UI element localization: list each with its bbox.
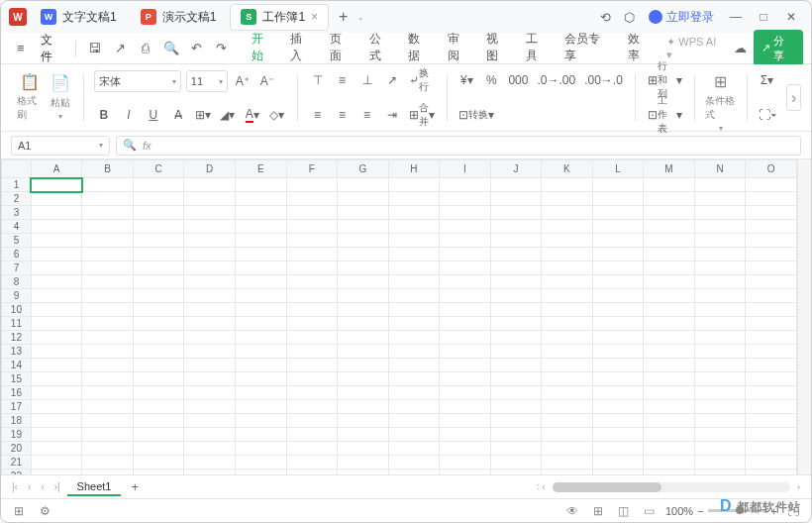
- col-header-F[interactable]: F: [286, 160, 338, 178]
- grid-icon[interactable]: ⊞: [9, 502, 29, 520]
- cell-H19[interactable]: [388, 428, 440, 442]
- row-header-9[interactable]: 9: [2, 289, 32, 303]
- row-header-20[interactable]: 20: [2, 442, 32, 456]
- cell-D18[interactable]: [184, 414, 236, 428]
- row-header-11[interactable]: 11: [2, 317, 32, 331]
- cell-G1[interactable]: [338, 178, 389, 192]
- crop-button[interactable]: ⛶▾: [757, 105, 778, 125]
- cell-K14[interactable]: [542, 359, 593, 372]
- cell-L21[interactable]: [592, 456, 644, 470]
- cell-D13[interactable]: [184, 345, 236, 359]
- wps-ai-button[interactable]: ✦ WPS AI ▾: [666, 36, 724, 61]
- decrease-font-button[interactable]: A⁻: [257, 71, 277, 91]
- cell-K9[interactable]: [542, 289, 593, 303]
- cell-L3[interactable]: [592, 206, 644, 220]
- cell-F21[interactable]: [286, 456, 338, 470]
- cell-A8[interactable]: [31, 275, 82, 289]
- cell-I22[interactable]: [440, 470, 491, 475]
- cell-C4[interactable]: [133, 220, 184, 234]
- cell-E6[interactable]: [235, 248, 286, 262]
- cell-A12[interactable]: [31, 331, 82, 345]
- cell-O6[interactable]: [746, 248, 797, 262]
- percent-button[interactable]: %: [481, 70, 501, 90]
- cell-I12[interactable]: [440, 331, 491, 345]
- cell-N4[interactable]: [694, 220, 746, 234]
- cell-L18[interactable]: [592, 414, 644, 428]
- cell-H17[interactable]: [388, 400, 440, 414]
- cell-M22[interactable]: [644, 470, 695, 475]
- cell-O17[interactable]: [746, 400, 797, 414]
- cell-L4[interactable]: [592, 220, 644, 234]
- cell-E10[interactable]: [235, 303, 286, 317]
- cell-L12[interactable]: [592, 331, 644, 345]
- sheet-first-button[interactable]: |‹: [9, 481, 21, 492]
- cell-B18[interactable]: [82, 414, 134, 428]
- cell-K1[interactable]: [542, 178, 593, 192]
- cell-M5[interactable]: [644, 234, 695, 248]
- name-box[interactable]: A1▾: [11, 136, 110, 156]
- cloud-icon[interactable]: ☁: [729, 37, 753, 60]
- cell-O4[interactable]: [746, 220, 797, 234]
- cell-C6[interactable]: [133, 248, 184, 262]
- cell-E14[interactable]: [235, 359, 286, 372]
- ribbon-expand-button[interactable]: ›: [786, 84, 801, 111]
- fullscreen-icon[interactable]: ⛶: [783, 502, 803, 520]
- cell-O15[interactable]: [746, 372, 797, 386]
- cell-D5[interactable]: [184, 234, 236, 248]
- cell-I2[interactable]: [440, 192, 491, 206]
- cell-G19[interactable]: [338, 428, 389, 442]
- cell-O22[interactable]: [746, 470, 797, 475]
- undo-icon[interactable]: ↶: [184, 37, 208, 60]
- cell-O19[interactable]: [746, 428, 797, 442]
- cell-I4[interactable]: [440, 220, 491, 234]
- zoom-label[interactable]: 100%: [665, 505, 693, 517]
- cell-M10[interactable]: [644, 303, 695, 317]
- cell-C7[interactable]: [133, 262, 184, 275]
- cell-H15[interactable]: [388, 372, 440, 386]
- col-header-N[interactable]: N: [694, 160, 746, 178]
- cell-O10[interactable]: [746, 303, 797, 317]
- cell-M6[interactable]: [644, 248, 695, 262]
- cell-C16[interactable]: [133, 386, 184, 400]
- cell-O16[interactable]: [746, 386, 797, 400]
- row-header-5[interactable]: 5: [2, 234, 32, 248]
- cell-J14[interactable]: [490, 359, 542, 372]
- cell-F15[interactable]: [286, 372, 338, 386]
- cell-F2[interactable]: [286, 192, 338, 206]
- cell-D20[interactable]: [184, 442, 236, 456]
- cell-O18[interactable]: [746, 414, 797, 428]
- cell-K4[interactable]: [542, 220, 593, 234]
- cell-D7[interactable]: [184, 262, 236, 275]
- view-layout-icon[interactable]: ◫: [614, 502, 634, 520]
- italic-button[interactable]: I: [119, 105, 139, 125]
- close-tab-icon[interactable]: ×: [311, 10, 318, 24]
- cell-A22[interactable]: [31, 470, 82, 475]
- cell-I14[interactable]: [440, 359, 491, 372]
- horizontal-scrollbar[interactable]: [553, 482, 790, 492]
- cell-C2[interactable]: [133, 192, 184, 206]
- cell-E8[interactable]: [235, 275, 286, 289]
- cell-G14[interactable]: [338, 359, 389, 372]
- sheet-prev-button[interactable]: ‹: [25, 481, 34, 492]
- cell-A3[interactable]: [31, 206, 82, 220]
- cell-B6[interactable]: [82, 248, 134, 262]
- sheet-next-button[interactable]: ›: [38, 481, 47, 492]
- cell-J9[interactable]: [490, 289, 542, 303]
- cell-L15[interactable]: [592, 372, 644, 386]
- rows-cols-button[interactable]: ⊞ 行和列▾: [646, 70, 685, 90]
- number-format-button[interactable]: ⊡ 转换▾: [457, 105, 496, 125]
- cell-G22[interactable]: [338, 470, 389, 475]
- row-header-22[interactable]: 22: [2, 470, 32, 475]
- cell-O7[interactable]: [746, 262, 797, 275]
- underline-button[interactable]: U: [144, 105, 163, 125]
- cell-J1[interactable]: [490, 178, 542, 192]
- cell-B5[interactable]: [82, 234, 134, 248]
- cell-A1[interactable]: [31, 178, 82, 192]
- col-header-H[interactable]: H: [388, 160, 440, 178]
- cell-F7[interactable]: [286, 262, 338, 275]
- cell-L13[interactable]: [592, 345, 644, 359]
- cell-L8[interactable]: [592, 275, 644, 289]
- cell-J21[interactable]: [490, 456, 542, 470]
- cell-F18[interactable]: [286, 414, 338, 428]
- cell-J12[interactable]: [490, 331, 542, 345]
